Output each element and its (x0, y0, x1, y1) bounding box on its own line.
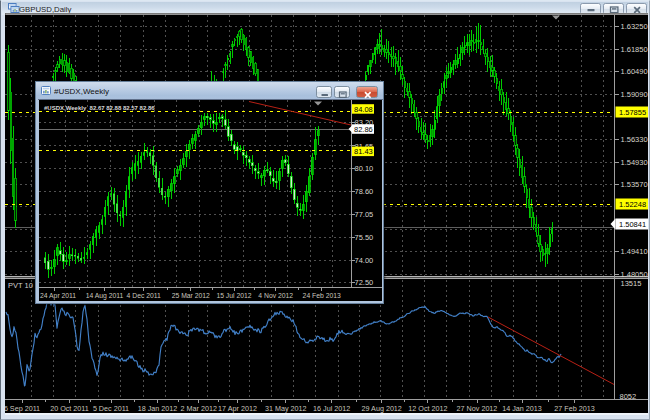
svg-text:75.50: 75.50 (355, 233, 374, 242)
svg-text:6 Sep 2011: 6 Sep 2011 (5, 404, 40, 413)
svg-text:74.00: 74.00 (355, 256, 374, 265)
svg-text:81.43: 81.43 (354, 147, 373, 156)
svg-text:1.57855: 1.57855 (619, 108, 646, 117)
svg-text:1.54930: 1.54930 (621, 158, 648, 167)
svg-text:1.53570: 1.53570 (621, 180, 648, 189)
svg-text:20 Oct 2011: 20 Oct 2011 (50, 404, 89, 413)
svg-text:8052: 8052 (620, 392, 637, 401)
svg-text:15 Jul 2012: 15 Jul 2012 (216, 292, 251, 299)
svg-text:84.08: 84.08 (354, 105, 373, 114)
svg-text:77.05: 77.05 (355, 210, 374, 219)
svg-text:27 Feb 2013: 27 Feb 2013 (554, 404, 594, 413)
svg-text:#USDX,Weekly 82.67 82.88 82.5: #USDX,Weekly 82.67 82.88 82.57 82.86 (44, 105, 155, 111)
svg-text:82.86: 82.86 (354, 125, 373, 134)
svg-text:16 Jul 2012: 16 Jul 2012 (313, 404, 350, 413)
svg-text:1.48050: 1.48050 (621, 270, 648, 279)
svg-text:29 Aug 2012: 29 Aug 2012 (362, 404, 402, 413)
svg-text:12 Oct 2012: 12 Oct 2012 (408, 404, 447, 413)
svg-text:18 Jan 2012: 18 Jan 2012 (138, 404, 178, 413)
svg-text:PVT 10: PVT 10 (8, 281, 33, 290)
svg-text:1.49410: 1.49410 (621, 247, 648, 256)
svg-text:2 Mar 2012: 2 Mar 2012 (181, 404, 217, 413)
svg-text:4 Nov 2012: 4 Nov 2012 (258, 292, 293, 299)
svg-text:1.63250: 1.63250 (621, 22, 648, 31)
svg-text:80.10: 80.10 (355, 164, 374, 173)
svg-text:4 Dec 2011: 4 Dec 2011 (127, 292, 161, 299)
svg-text:17 Apr 2012: 17 Apr 2012 (218, 404, 257, 413)
svg-text:24 Feb 2013: 24 Feb 2013 (303, 292, 341, 299)
svg-text:31 May 2012: 31 May 2012 (265, 404, 307, 413)
svg-text:72.50: 72.50 (355, 278, 374, 287)
svg-text:14 Aug 2011: 14 Aug 2011 (86, 292, 124, 300)
svg-text:1.56330: 1.56330 (621, 135, 648, 144)
svg-text:14 Jan 2013: 14 Jan 2013 (502, 404, 542, 413)
svg-text:24 Apr 2011: 24 Apr 2011 (40, 292, 76, 300)
svg-text:1.61850: 1.61850 (621, 45, 648, 54)
svg-text:1.50841: 1.50841 (619, 220, 646, 229)
svg-text:27 Nov 2012: 27 Nov 2012 (457, 404, 498, 413)
svg-text:1.59090: 1.59090 (621, 90, 648, 99)
svg-text:13515: 13515 (621, 279, 642, 288)
svg-text:78.60: 78.60 (355, 187, 374, 196)
svg-text:1.60490: 1.60490 (621, 67, 648, 76)
svg-text:5 Dec 2011: 5 Dec 2011 (93, 404, 129, 413)
svg-text:1.52248: 1.52248 (619, 200, 646, 209)
svg-text:25 Mar 2012: 25 Mar 2012 (172, 292, 210, 299)
